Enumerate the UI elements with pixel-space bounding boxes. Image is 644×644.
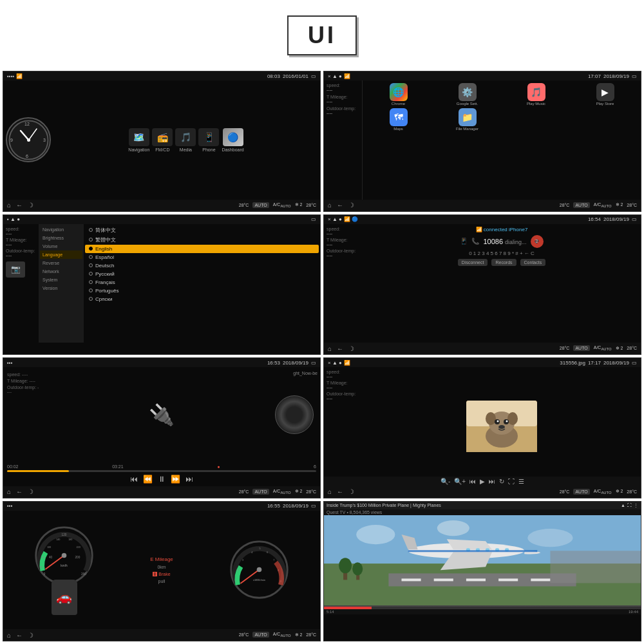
app-file-manager[interactable]: 📁 File Manager	[434, 108, 500, 131]
svg-text:200: 200	[75, 556, 80, 559]
lang-french[interactable]: Français	[85, 278, 319, 287]
moon-btn-4[interactable]: ☽	[348, 345, 354, 352]
prev-btn[interactable]: ⏮	[130, 475, 138, 484]
img-play-btn[interactable]: ▶	[480, 478, 485, 485]
app-chrome[interactable]: 🌐 Chrome	[365, 83, 431, 106]
app-play-store[interactable]: ▶ Play Store	[572, 83, 638, 106]
lang-traditional-chinese[interactable]: 繁體中文	[85, 235, 319, 245]
speedometer-area: 0 40 120 200 260 20 60 100 140 180 220	[33, 525, 95, 615]
svg-text:5: 5	[259, 547, 260, 550]
back-btn-2[interactable]: ←	[337, 202, 343, 209]
svg-point-17	[497, 421, 499, 422]
nav-item-fmcd[interactable]: 📻 FM/CD	[152, 128, 173, 152]
image-controls: 🔍- 🔍+ ⏮ ▶ ⏭ ↻ ⛶ ☰	[324, 477, 641, 486]
moon-btn-6[interactable]: ☽	[348, 488, 354, 495]
svg-point-13	[486, 412, 496, 425]
app-maps[interactable]: 🗺 Maps	[365, 108, 431, 131]
speedometer-svg: 0 40 120 200 260 20 60 100 140 180 220	[33, 525, 95, 586]
home-btn-2[interactable]: ⌂	[328, 202, 332, 209]
bottom-bar-2: ⌂ ← ☽ 28°C AUTO A/CAUTO ❄ 2 28°C	[324, 200, 641, 211]
app-google-settings[interactable]: ⚙️ Google Sett.	[434, 83, 500, 106]
back-btn-6[interactable]: ←	[337, 488, 343, 495]
img-speed-panel: speed: ---- T Mileage: ---- Outdoor-temp…	[324, 367, 363, 486]
zoom-in-btn[interactable]: 🔍+	[454, 478, 466, 485]
status-bar-2: × ▲ ● 📶 17:07 2018/09/19 ▭	[324, 71, 641, 80]
back-btn-1[interactable]: ←	[16, 202, 23, 209]
rpm-svg: 1 2 3 4 5 6 7 8 9 x1000r/min	[229, 539, 290, 600]
svg-text:9: 9	[10, 138, 13, 142]
screen7-body: 0 40 120 200 260 20 60 100 140 180 220	[3, 511, 320, 630]
video-progress-fill	[324, 607, 372, 609]
lang-spanish[interactable]: Español	[85, 253, 319, 261]
img-next-btn[interactable]: ⏭	[489, 478, 495, 485]
screen-navigation: ▪▪▪▪ 📶 08:03 2016/01/01 ▭ 12 3 6 9	[3, 71, 321, 212]
vid-fullscreen-btn[interactable]: ⛶	[627, 503, 632, 508]
disconnect-btn[interactable]: Disconnect	[458, 259, 488, 266]
vid-more-btn[interactable]: ⋮	[634, 503, 638, 508]
screen6-body: speed: ---- T Mileage: ---- Outdoor-temp…	[324, 367, 641, 486]
moon-btn-1[interactable]: ☽	[28, 202, 33, 209]
home-btn-6[interactable]: ⌂	[328, 488, 332, 495]
moon-btn-5[interactable]: ☽	[28, 488, 33, 495]
records-btn[interactable]: Records	[491, 259, 516, 266]
svg-text:1: 1	[234, 580, 236, 583]
svg-point-19	[498, 425, 505, 429]
disk-visual	[275, 395, 314, 434]
end-call-btn[interactable]: 📵	[531, 235, 544, 248]
nav-item-phone[interactable]: 📱 Phone	[198, 128, 219, 152]
home-btn-1[interactable]: ⌂	[7, 202, 11, 209]
svg-rect-66	[550, 551, 641, 583]
nav-item-media[interactable]: 🎵 Media	[175, 128, 196, 152]
screens-grid: ▪▪▪▪ 📶 08:03 2016/01/01 ▭ 12 3 6 9	[0, 71, 644, 644]
zoom-out-btn[interactable]: 🔍-	[440, 478, 450, 485]
media-controls: ⏮ ⏪ ⏸ ⏩ ⏭	[7, 473, 316, 485]
lang-simplified-chinese[interactable]: 简体中文	[85, 225, 319, 235]
status-bar-6: × ▲ ● 📶 315556.jpg 17:17 2018/09/19 ▭	[324, 358, 641, 367]
img-prev-btn[interactable]: ⏮	[469, 478, 476, 485]
rewind-btn[interactable]: ⏪	[143, 475, 153, 484]
menu-brightness[interactable]: Brightness	[40, 234, 82, 242]
progress-bar[interactable]	[7, 470, 316, 472]
svg-text:x1000r/min: x1000r/min	[253, 579, 265, 582]
img-rotate-btn[interactable]: ↻	[499, 478, 504, 485]
menu-system[interactable]: System	[40, 276, 82, 284]
svg-text:2: 2	[237, 570, 238, 573]
forward-btn[interactable]: ⏩	[171, 475, 180, 484]
menu-language[interactable]: Language	[40, 251, 82, 259]
nav-item-dashboard[interactable]: 🔵 Dashboard	[222, 128, 243, 152]
video-progress-bar[interactable]	[324, 607, 641, 609]
svg-text:0: 0	[44, 573, 46, 576]
play-btn[interactable]: ⏸	[158, 475, 166, 484]
lang-english[interactable]: English	[85, 245, 319, 253]
video-display[interactable]	[324, 515, 641, 607]
img-list-btn[interactable]: ☰	[518, 478, 524, 485]
home-btn-4[interactable]: ⌂	[328, 345, 332, 352]
img-fullscreen-btn[interactable]: ⛶	[508, 478, 515, 485]
lang-german[interactable]: Deutsch	[85, 261, 319, 270]
status-bar-5: ▪▪▪ 16:53 2018/09/19 ▭	[3, 358, 320, 367]
contacts-btn[interactable]: Contacts	[520, 259, 546, 266]
back-btn-5[interactable]: ←	[16, 488, 23, 495]
svg-text:140: 140	[56, 538, 60, 541]
menu-navigation[interactable]: Navigation	[40, 225, 82, 234]
lang-russian[interactable]: Русский	[85, 270, 319, 278]
browse-btn[interactable]: 📷	[6, 261, 25, 278]
lang-serbian[interactable]: Српски	[85, 295, 319, 303]
home-btn-7[interactable]: ⌂	[7, 632, 11, 639]
app-play-music[interactable]: 🎵 Play Music	[503, 83, 569, 106]
menu-volume[interactable]: Volume	[40, 242, 82, 251]
moon-btn-7[interactable]: ☽	[28, 632, 33, 639]
svg-point-7	[27, 138, 30, 142]
menu-network[interactable]: Network	[40, 267, 82, 276]
screen-language: ▪ ▲ ● ▭ speed: ---- T Mileage: ---- Outd…	[3, 214, 321, 355]
nav-item-navigation[interactable]: 🗺️ Navigation	[128, 128, 149, 152]
menu-reverse[interactable]: Reverse	[40, 259, 82, 267]
home-btn-5[interactable]: ⌂	[7, 488, 11, 495]
back-btn-4[interactable]: ←	[337, 345, 343, 352]
menu-version[interactable]: Version	[40, 284, 82, 292]
back-btn-7[interactable]: ←	[16, 632, 23, 639]
vid-share-btn[interactable]: ▲	[621, 503, 625, 508]
next-btn[interactable]: ⏭	[185, 475, 193, 484]
moon-btn-2[interactable]: ☽	[348, 202, 354, 209]
lang-portuguese[interactable]: Português	[85, 287, 319, 295]
